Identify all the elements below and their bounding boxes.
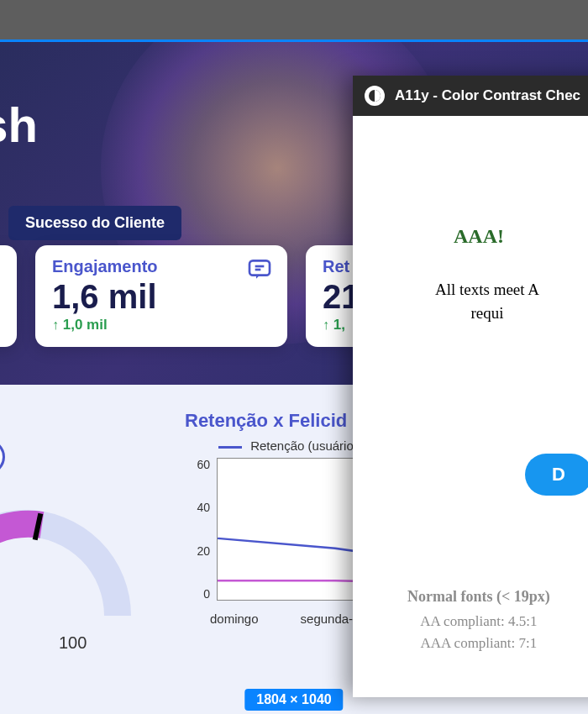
- legend-swatch-blue: [218, 446, 242, 449]
- normal-fonts-heading: Normal fonts (< 19px): [407, 588, 550, 606]
- arrow-up-icon: ↑: [323, 318, 329, 332]
- metric-card-engagement[interactable]: Engajamento 1,6 mil ↑ 1,0 mil: [35, 245, 287, 347]
- a11y-panel-body: AAA! All texts meet A requi: [353, 116, 588, 324]
- a11y-contrast-panel[interactable]: A11y - Color Contrast Chec AAA! All text…: [353, 76, 588, 697]
- svg-rect-0: [249, 260, 270, 275]
- a11y-action-button[interactable]: D: [525, 454, 588, 496]
- app-logo-text: ash: [0, 97, 38, 153]
- tab-customer-success[interactable]: Sucesso do Cliente: [8, 206, 181, 240]
- card-change: ↑ 1,0 mil: [52, 317, 270, 333]
- browser-top-bar: [0, 0, 588, 39]
- card-value: 1,6 mil: [52, 278, 270, 315]
- gauge-max-label: 100: [59, 633, 87, 653]
- card-title: Engajamento: [52, 257, 270, 276]
- a11y-status-label: AAA!: [454, 225, 588, 248]
- aaa-compliant-line: AAA compliant: 7:1: [407, 633, 550, 654]
- viewport-dimensions-badge: 1804 × 1040: [244, 689, 343, 711]
- card-title: Ret: [323, 257, 356, 276]
- card-change: ↑ 1,: [323, 317, 356, 333]
- a11y-description: All texts meet A requi: [370, 278, 588, 324]
- card-value: 21: [323, 278, 356, 315]
- a11y-panel-title: A11y - Color Contrast Chec: [395, 87, 580, 104]
- aa-compliant-line: AA compliant: 4.5:1: [407, 611, 550, 633]
- a11y-panel-header[interactable]: A11y - Color Contrast Chec: [353, 76, 588, 116]
- a11y-compliance-info: Normal fonts (< 19px) AA compliant: 4.5:…: [407, 588, 550, 654]
- happiness-gauge: 100: [0, 414, 143, 649]
- legend-item-retention: Retenção (usuário: [218, 438, 354, 453]
- y-axis-ticks: 60 40 20 0: [185, 458, 210, 601]
- contrast-icon: [365, 86, 385, 106]
- chat-icon: [244, 254, 276, 286]
- arrow-up-icon: ↑: [52, 318, 59, 332]
- metric-card-partial-left: [0, 245, 17, 347]
- gauge-arc: [0, 465, 151, 649]
